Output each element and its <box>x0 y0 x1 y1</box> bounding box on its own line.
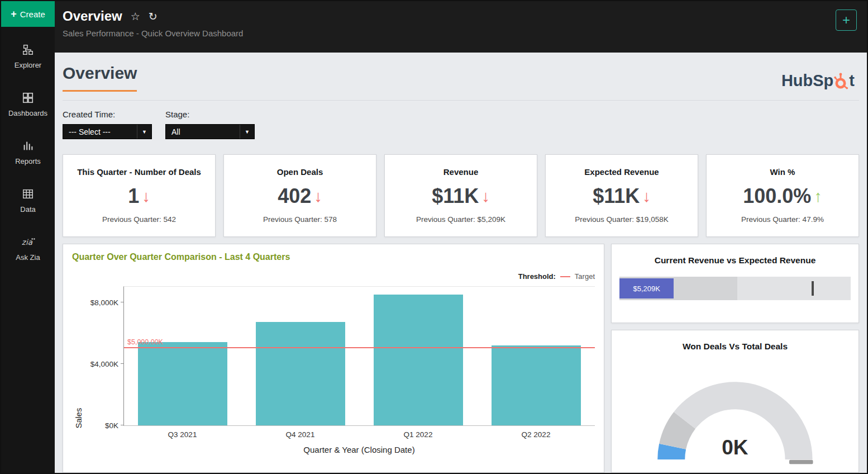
sidebar: + Create ExplorerDashboardsReportsDatazi… <box>1 1 55 473</box>
top-header-left: Overview ☆ ↻ Sales Performance - Quick O… <box>63 8 243 53</box>
kpi-previous-value: Previous Quarter: $5,209K <box>385 215 537 224</box>
data-icon <box>22 188 34 200</box>
y-tick-label: $4,000K <box>74 360 118 368</box>
kpi-title: Win % <box>707 167 859 177</box>
kpi-title: Expected Revenue <box>546 167 698 177</box>
refresh-icon[interactable]: ↻ <box>149 11 158 22</box>
kpi-value: $11K <box>593 184 640 208</box>
reports-icon <box>22 140 34 152</box>
kpi-card-open-deals: Open Deals402↓Previous Quarter: 578 <box>223 154 376 237</box>
trend-down-arrow-icon: ↓ <box>142 188 150 205</box>
kpi-previous-value: Previous Quarter: 578 <box>224 215 376 224</box>
filter-bar: Created Time:--- Select ---▼Stage:All▼ <box>63 101 859 150</box>
active-tab-underline <box>63 90 137 92</box>
filter-label: Created Time: <box>63 110 152 119</box>
sidebar-item-data[interactable]: Data <box>1 188 55 214</box>
top-header: Overview ☆ ↻ Sales Performance - Quick O… <box>55 1 867 53</box>
target-legend-line-icon <box>560 276 570 277</box>
sidebar-nav: ExplorerDashboardsReportsDataziaAsk Zia <box>1 27 55 262</box>
dropdown-selected-value: All <box>171 127 180 136</box>
hubspot-sprocket-icon <box>834 73 848 89</box>
page-head: Overview HubSp t <box>63 53 859 101</box>
trend-up-arrow-icon: ↑ <box>814 188 822 205</box>
gauge-svg: 0K <box>632 356 838 466</box>
kpi-value-row: $11K↓ <box>546 184 698 208</box>
window-title: Overview <box>63 8 122 24</box>
legend-target-label: Target <box>575 272 595 281</box>
dropdown-selected-value: --- Select --- <box>69 127 111 136</box>
favorite-star-icon[interactable]: ☆ <box>131 11 140 22</box>
y-tick-label: $8,000K <box>74 298 118 307</box>
kpi-title: Open Deals <box>224 167 376 177</box>
sidebar-item-reports[interactable]: Reports <box>1 140 55 165</box>
create-button[interactable]: + Create <box>1 1 55 27</box>
x-axis-label-q3-2021: Q3 2021 <box>137 430 227 439</box>
y-tick-label: $0K <box>74 421 118 430</box>
y-tick-mark <box>121 425 124 425</box>
bar-chart-legend: Threshold: Target <box>72 272 595 281</box>
filter-dropdown-created-time[interactable]: --- Select ---▼ <box>63 124 152 139</box>
gauge-center-value: 0K <box>722 436 748 459</box>
sidebar-item-label: Ask Zia <box>16 253 40 262</box>
filter-stage: Stage:All▼ <box>165 110 255 150</box>
x-axis-title: Quarter & Year (Closing Date) <box>123 445 595 454</box>
bar-chart-card: Quarter Over Quarter Comparison - Last 4… <box>63 244 604 473</box>
bar-chart-title: Quarter Over Quarter Comparison - Last 4… <box>72 252 595 262</box>
y-tick-mark <box>121 302 124 302</box>
gauge-chart[interactable]: 0K <box>619 356 851 466</box>
bar-q2-2022[interactable] <box>492 345 581 425</box>
sidebar-item-label: Data <box>20 205 35 214</box>
kpi-previous-value: Previous Quarter: $19,058K <box>546 215 698 224</box>
x-axis-label-q1-2022: Q1 2022 <box>373 430 462 439</box>
kpi-value: 100.0% <box>743 184 811 208</box>
dashboard-subtitle: Sales Performance - Quick Overview Dashb… <box>63 29 243 38</box>
ask-zia-icon: zia <box>21 236 36 248</box>
x-axis-labels: Q3 2021Q4 2021Q1 2022Q2 2022 <box>123 430 595 439</box>
hubspot-logo-text: HubSp <box>781 72 833 90</box>
kpi-card-expected-revenue: Expected Revenue$11K↓Previous Quarter: $… <box>545 154 698 237</box>
kpi-title: Revenue <box>385 167 537 177</box>
add-button[interactable]: + <box>836 10 857 31</box>
explorer-icon <box>22 44 34 56</box>
bullet-measure-bar: $5,209K <box>619 278 674 298</box>
bar-chart-plot: Sales $5,000.00K $0K$4,000K$8,000K Q3 20… <box>72 286 595 454</box>
sidebar-item-dashboards[interactable]: Dashboards <box>1 92 55 117</box>
sidebar-item-explorer[interactable]: Explorer <box>1 44 55 69</box>
kpi-value: $11K <box>432 184 479 208</box>
chevron-down-icon: ▼ <box>137 125 151 139</box>
sidebar-item-ask-zia[interactable]: ziaAsk Zia <box>1 236 55 262</box>
chevron-down-icon: ▼ <box>240 125 254 139</box>
dashboard-content: Overview HubSp t <box>55 53 867 473</box>
plus-icon: + <box>11 9 17 19</box>
gauge-marker <box>789 460 813 464</box>
trend-down-arrow-icon: ↓ <box>481 188 490 205</box>
kpi-row: This Quarter - Number of Deals1↓Previous… <box>63 154 859 237</box>
bar-q1-2022[interactable] <box>374 295 463 425</box>
bullet-chart[interactable]: $5,209K <box>619 277 851 300</box>
gauge-chart-title: Won Deals Vs Total Deals <box>619 342 851 352</box>
kpi-title: This Quarter - Number of Deals <box>63 167 215 177</box>
trend-down-arrow-icon: ↓ <box>642 188 651 205</box>
kpi-previous-value: Previous Quarter: 542 <box>63 215 215 224</box>
legend-threshold-label: Threshold: <box>518 272 556 281</box>
filter-dropdown-stage[interactable]: All▼ <box>165 124 255 139</box>
filter-label: Stage: <box>165 110 255 119</box>
sidebar-item-label: Reports <box>15 157 41 165</box>
create-button-label: Create <box>20 10 45 19</box>
kpi-card-win: Win %100.0%↑Previous Quarter: 47.9% <box>706 154 859 237</box>
x-axis-label-q2-2022: Q2 2022 <box>491 430 580 439</box>
hubspot-logo-text: t <box>849 72 855 90</box>
bullet-range-2 <box>737 277 851 300</box>
plot-area: $5,000.00K $0K$4,000K$8,000K <box>123 286 595 426</box>
svg-text:zia: zia <box>21 238 32 247</box>
y-tick-mark <box>121 363 124 364</box>
kpi-value-row: 1↓ <box>63 184 215 208</box>
charts-row: Quarter Over Quarter Comparison - Last 4… <box>63 244 859 473</box>
bar-q3-2021[interactable] <box>138 342 227 425</box>
bar-q4-2021[interactable] <box>256 322 345 425</box>
dashboards-icon <box>22 92 34 104</box>
kpi-previous-value: Previous Quarter: 47.9% <box>707 215 859 224</box>
bars-container <box>124 287 595 425</box>
kpi-value: 402 <box>278 184 311 208</box>
kpi-value-row: 100.0%↑ <box>707 184 859 208</box>
